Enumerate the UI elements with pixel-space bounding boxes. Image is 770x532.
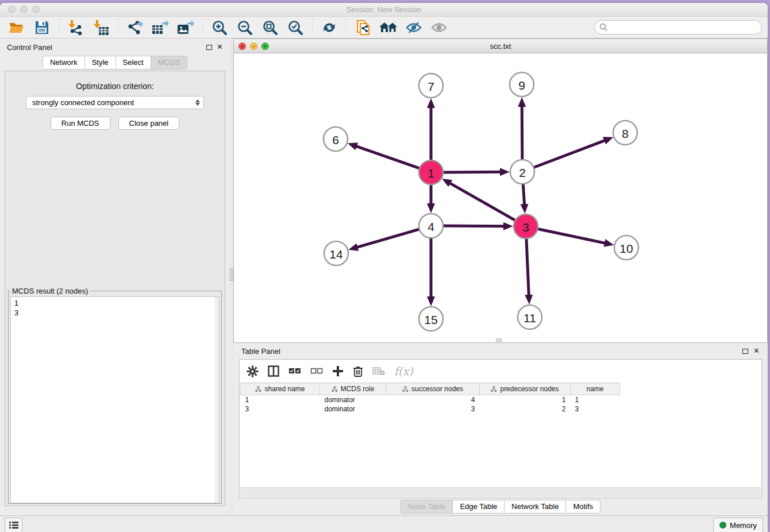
graph-node-label-2: 2 xyxy=(519,166,526,179)
toolbar-separator xyxy=(59,19,59,36)
add-column-icon[interactable] xyxy=(332,365,344,377)
graph-node-label-11: 11 xyxy=(523,311,536,325)
memory-status-icon xyxy=(719,522,726,529)
network-close-icon[interactable]: × xyxy=(238,43,246,50)
table-header-row: shared name MCDS role successor nodes xyxy=(241,383,620,395)
column-header-mcds-role[interactable]: MCDS role xyxy=(320,383,386,395)
minimize-window-icon[interactable] xyxy=(20,6,28,13)
network-zoom-icon[interactable]: + xyxy=(261,43,269,50)
mcds-panel: Optimization criterion: strongly connect… xyxy=(5,71,225,506)
graph-node-label-3: 3 xyxy=(522,221,529,234)
export-table-icon[interactable] xyxy=(149,18,171,37)
graph-edge-3-10[interactable] xyxy=(537,229,606,243)
mcds-result-box: MCDS result (2 nodes) 1 3 xyxy=(8,287,222,504)
mcds-result-scrollbar[interactable] xyxy=(215,297,219,503)
delete-column-icon[interactable] xyxy=(353,365,363,377)
hide-graphics-details-icon[interactable] xyxy=(403,18,425,37)
graph-edge-4-3[interactable] xyxy=(442,226,505,226)
save-session-icon[interactable] xyxy=(31,18,53,37)
network-canvas[interactable]: 7968124314101511 xyxy=(234,53,767,342)
network-view-window: × − + scc.txt 7968124314101511 xyxy=(233,38,768,343)
import-table-icon[interactable] xyxy=(90,18,112,37)
mcds-result-text[interactable]: 1 3 xyxy=(10,296,220,503)
horizontal-splitter-grip[interactable] xyxy=(496,338,502,342)
table-panel-header: Table Panel ✕ xyxy=(233,343,768,359)
table-settings-gear-icon[interactable] xyxy=(247,365,259,377)
table-horizontal-scrollbar[interactable] xyxy=(240,487,761,497)
column-header-successor-nodes[interactable]: successor nodes xyxy=(386,383,480,395)
select-all-rows-icon[interactable] xyxy=(288,367,301,375)
splitter-grip[interactable] xyxy=(230,268,233,281)
column-header-shared-name[interactable]: shared name xyxy=(241,383,320,395)
table-row[interactable]: 1 dominator 4 1 1 xyxy=(241,395,620,404)
control-panel-title: Control Panel xyxy=(7,43,52,52)
tab-network[interactable]: Network xyxy=(43,56,84,70)
graph-edge-3-1[interactable] xyxy=(449,183,516,221)
graph-edge-1-2[interactable] xyxy=(442,172,501,172)
tab-mcds[interactable]: MCDS xyxy=(151,56,187,70)
tab-node-table[interactable]: Node Table xyxy=(401,500,453,514)
tab-style[interactable]: Style xyxy=(84,56,116,70)
graph-edge-3-11[interactable] xyxy=(526,237,529,296)
close-panel-button[interactable]: Close panel xyxy=(118,117,180,130)
graph-edge-4-14[interactable] xyxy=(357,229,421,247)
home-icon[interactable] xyxy=(378,18,399,37)
graph-edge-2-8[interactable] xyxy=(533,140,606,168)
tab-network-table[interactable]: Network Table xyxy=(504,500,565,514)
close-window-icon[interactable] xyxy=(8,6,16,13)
criterion-select[interactable]: strongly connected component xyxy=(26,96,204,109)
zoom-selected-icon[interactable] xyxy=(284,18,306,37)
mcds-result-title: MCDS result (2 nodes) xyxy=(10,287,90,295)
run-mcds-button[interactable]: Run MCDS xyxy=(51,117,110,130)
tab-select[interactable]: Select xyxy=(116,56,151,70)
zoom-window-icon[interactable] xyxy=(32,6,40,13)
delete-table-icon[interactable] xyxy=(372,367,385,376)
list-icon xyxy=(9,521,19,529)
criterion-select-value: strongly connected component xyxy=(32,98,134,107)
search-input[interactable] xyxy=(594,20,762,34)
control-panel-header: Control Panel ✕ xyxy=(0,38,230,56)
graph-edge-2-3[interactable] xyxy=(523,183,524,205)
tab-edge-table[interactable]: Edge Table xyxy=(452,500,504,514)
task-history-button[interactable] xyxy=(5,518,22,532)
toolbar-separator xyxy=(202,19,203,36)
import-network-icon[interactable] xyxy=(65,18,87,37)
export-network-icon[interactable] xyxy=(124,18,146,37)
refresh-layout-icon[interactable] xyxy=(318,18,340,37)
function-builder-icon[interactable]: f(x) xyxy=(394,365,413,377)
graph-node-label-1: 1 xyxy=(428,167,434,180)
new-network-from-selection-icon[interactable] xyxy=(352,18,374,37)
zoom-out-icon[interactable] xyxy=(234,18,256,37)
column-header-name[interactable]: name xyxy=(571,383,620,395)
window-title: Session: New Session xyxy=(0,3,768,17)
shared-column-icon xyxy=(332,386,338,392)
close-table-panel-icon[interactable]: ✕ xyxy=(753,348,760,354)
memory-button[interactable]: Memory xyxy=(713,518,763,532)
control-panel-tabs: Network Style Select MCDS xyxy=(0,56,230,70)
graph-edge-2-9[interactable] xyxy=(522,106,522,161)
graph-node-label-10: 10 xyxy=(619,242,633,255)
toggle-column-panel-icon[interactable] xyxy=(268,365,279,377)
open-session-icon[interactable] xyxy=(6,18,28,37)
network-graph: 7968124314101511 xyxy=(234,53,767,342)
table-panel-body: f(x) shared name MCDS role xyxy=(239,359,762,498)
float-panel-icon[interactable] xyxy=(206,45,212,50)
column-header-predecessor-nodes[interactable]: predecessor nodes xyxy=(480,383,571,395)
table-row[interactable]: 3 dominator 3 2 3 xyxy=(241,404,620,414)
network-minimize-icon[interactable]: − xyxy=(250,43,257,50)
float-table-panel-icon[interactable] xyxy=(742,349,748,354)
show-graphics-details-icon[interactable] xyxy=(428,18,450,37)
close-panel-icon[interactable]: ✕ xyxy=(217,44,223,50)
graph-node-label-7: 7 xyxy=(428,80,434,93)
zoom-in-icon[interactable] xyxy=(209,18,230,37)
status-bar: Memory xyxy=(0,515,768,532)
memory-label: Memory xyxy=(730,521,757,530)
tab-motifs[interactable]: Motifs xyxy=(565,500,600,514)
table-toolbar: f(x) xyxy=(240,360,761,383)
graph-edge-1-6[interactable] xyxy=(356,146,421,169)
deselect-all-rows-icon[interactable] xyxy=(310,367,323,375)
toolbar-separator xyxy=(346,19,346,36)
export-image-icon[interactable] xyxy=(175,18,197,37)
zoom-fit-icon[interactable] xyxy=(259,18,281,37)
main-toolbar xyxy=(0,17,768,38)
